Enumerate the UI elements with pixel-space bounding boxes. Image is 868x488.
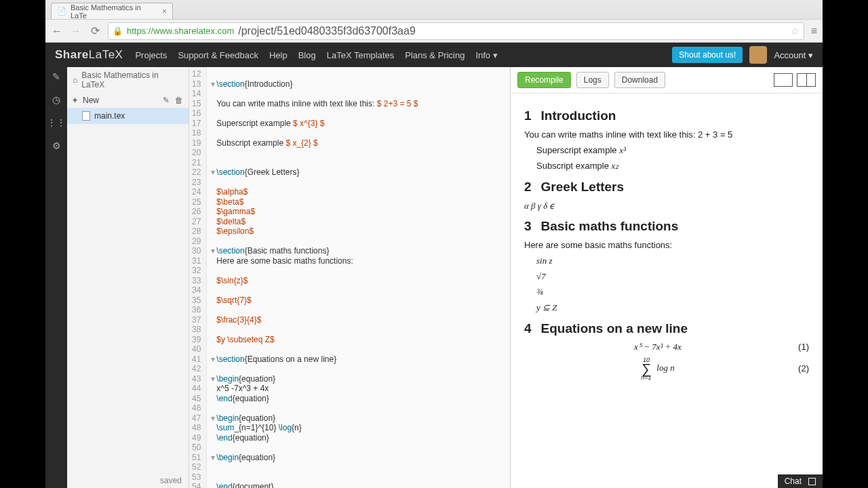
file-panel: ⌂ Basic Mathematics in LaTeX + New ✎ 🗑 m…: [67, 67, 189, 488]
sec3-l4: y ⊆ Z: [536, 302, 809, 314]
edit-icon[interactable]: ✎: [52, 71, 60, 82]
delete-icon[interactable]: 🗑: [175, 96, 183, 105]
top-nav: Projects Support & Feedback Help Blog La…: [135, 50, 497, 60]
page-icon: 📄: [57, 7, 66, 16]
download-button[interactable]: Download: [614, 72, 665, 88]
sec1-line1: You can write maths inline with text lik…: [524, 129, 809, 142]
close-icon[interactable]: ×: [162, 7, 167, 16]
back-icon[interactable]: ←: [51, 25, 63, 37]
nav-help[interactable]: Help: [269, 50, 288, 60]
browser-chrome: 📄 Basic Mathematics in LaTe × ← → ⟳ 🔒 ht…: [45, 0, 823, 43]
eq1: x⁵ − 7x³ + 4x: [524, 342, 791, 352]
file-item[interactable]: main.tex: [67, 108, 189, 124]
shout-button[interactable]: Shout about us!: [672, 47, 743, 63]
saved-status: saved: [67, 473, 189, 488]
mascot-icon: [749, 46, 767, 64]
logo[interactable]: ShareLaTeX: [55, 48, 123, 62]
project-row[interactable]: ⌂ Basic Mathematics in LaTeX: [67, 67, 189, 93]
share-icon[interactable]: ⋮⋮: [47, 117, 66, 128]
file-name: main.tex: [94, 111, 125, 121]
settings-icon[interactable]: ⚙: [52, 140, 61, 151]
nav-projects[interactable]: Projects: [135, 50, 167, 60]
sec4-title: Equations on a new line: [541, 321, 688, 336]
sec3-l3: ¾: [536, 286, 809, 299]
reload-icon[interactable]: ⟳: [89, 24, 101, 37]
account-menu[interactable]: Account ▾: [774, 50, 813, 60]
nav-support[interactable]: Support & Feedback: [178, 50, 258, 60]
browser-tab[interactable]: 📄 Basic Mathematics in LaTe ×: [51, 3, 173, 19]
url-path: /project/51ed0480335f3d63700f3aa9: [238, 25, 416, 37]
chat-bar[interactable]: Chat: [778, 474, 823, 488]
nav-blog[interactable]: Blog: [298, 50, 316, 60]
app-topbar: ShareLaTeX Projects Support & Feedback H…: [45, 43, 823, 67]
tab-title: Basic Mathematics in LaTe: [71, 3, 158, 20]
sec3-l1: sin z: [536, 255, 809, 268]
chat-expand-icon[interactable]: [808, 478, 816, 485]
sec2-body: α β γ δ ϵ: [524, 200, 809, 213]
logs-button[interactable]: Logs: [576, 72, 609, 88]
layout-split-icon[interactable]: [797, 73, 816, 87]
left-rail: ✎ ◷ ⋮⋮ ⚙: [45, 67, 67, 488]
history-icon[interactable]: ◷: [52, 94, 60, 105]
sec3-intro: Here are some basic maths functions:: [524, 239, 809, 252]
plus-icon[interactable]: +: [73, 96, 77, 105]
sec1-line3: Subscript example x₂: [536, 160, 809, 173]
eq1-num: (1): [791, 342, 809, 352]
sec3-title: Basic maths functions: [541, 219, 679, 234]
url-bar[interactable]: 🔒 https://www.sharelatex.com/project/51e…: [108, 22, 804, 40]
sec1-title: Introduction: [541, 108, 616, 123]
sec3-l2: √7: [536, 270, 809, 283]
recompile-button[interactable]: Recompile: [517, 72, 571, 88]
home-icon: ⌂: [73, 75, 77, 85]
sec4-num: 4: [524, 321, 532, 336]
eq2-num: (2): [791, 363, 809, 373]
sec2-title: Greek Letters: [541, 180, 625, 195]
menu-icon[interactable]: ≡: [811, 25, 817, 37]
lock-icon: 🔒: [113, 26, 123, 36]
sec3-num: 3: [524, 219, 532, 234]
nav-templates[interactable]: LaTeX Templates: [327, 50, 395, 60]
project-name: Basic Mathematics in LaTeX: [81, 70, 183, 89]
sec2-num: 2: [524, 180, 532, 195]
forward-icon: →: [70, 25, 82, 37]
file-icon: [82, 111, 90, 121]
star-icon[interactable]: ☆: [791, 26, 800, 37]
new-button[interactable]: New: [83, 96, 99, 105]
nav-info[interactable]: Info ▾: [475, 50, 497, 60]
layout-single-icon[interactable]: [774, 73, 793, 87]
preview-pane: Recompile Logs Download 1Introduction Yo…: [511, 67, 823, 488]
sec1-num: 1: [524, 108, 532, 123]
url-host: https://www.sharelatex.com: [127, 26, 234, 36]
chat-label: Chat: [785, 476, 802, 486]
nav-pricing[interactable]: Plans & Pricing: [405, 50, 465, 60]
sec1-line2: Superscript example x³: [536, 144, 809, 157]
eq2: 10 ∑ n=1 log n: [524, 357, 791, 381]
rename-icon[interactable]: ✎: [163, 96, 170, 105]
code-editor[interactable]: 1213141516171819202122232425262728293031…: [189, 67, 511, 488]
